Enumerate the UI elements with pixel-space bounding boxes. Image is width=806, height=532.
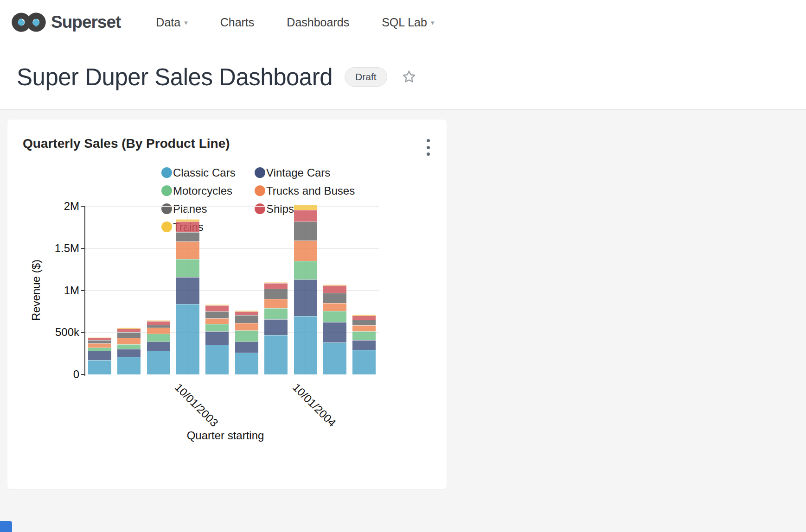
bar-segment-motorcycles[interactable]	[235, 330, 258, 342]
superset-logo[interactable]: Superset	[11, 10, 121, 35]
bar-segment-vintage-cars[interactable]	[176, 277, 199, 304]
bar-segment-vintage-cars[interactable]	[294, 279, 317, 316]
kebab-dot	[427, 152, 430, 156]
bar-segment-classic-cars[interactable]	[352, 350, 376, 374]
y-tick-label: 1.5M	[47, 242, 79, 255]
bar-segment-trucks-and-buses[interactable]	[352, 325, 376, 331]
bar-segment-motorcycles[interactable]	[176, 259, 199, 277]
bar-segment-planes[interactable]	[176, 232, 199, 241]
bar-segment-motorcycles[interactable]	[88, 348, 111, 351]
nav-item-data[interactable]: Data▾	[156, 16, 187, 29]
bar-segment-ships[interactable]	[147, 321, 170, 325]
bar-segment-trucks-and-buses[interactable]	[117, 338, 141, 344]
legend-item-vintage-cars[interactable]: Vintage Cars	[255, 166, 355, 179]
top-navigation: Superset Data▾ChartsDashboardsSQL Lab▾	[0, 0, 806, 44]
h-gridline	[85, 248, 379, 249]
bar-segment-ships[interactable]	[264, 283, 288, 289]
nav-items: Data▾ChartsDashboardsSQL Lab▾	[156, 16, 434, 29]
bar-segment-trucks-and-buses[interactable]	[176, 241, 199, 259]
bar-segment-classic-cars[interactable]	[117, 357, 141, 374]
bar-segment-trucks-and-buses[interactable]	[205, 318, 229, 324]
nav-item-sql-lab[interactable]: SQL Lab▾	[382, 16, 434, 29]
bar-segment-trains[interactable]	[294, 205, 317, 210]
bar-segment-trucks-and-buses[interactable]	[294, 241, 317, 261]
bar-segment-trucks-and-buses[interactable]	[323, 303, 346, 311]
bar-segment-motorcycles[interactable]	[323, 311, 346, 323]
bar-segment-motorcycles[interactable]	[117, 344, 141, 348]
bar-segment-ships[interactable]	[205, 305, 229, 311]
bar-segment-trucks-and-buses[interactable]	[147, 328, 170, 334]
favorite-button[interactable]	[401, 69, 417, 85]
nav-item-dashboards[interactable]: Dashboards	[287, 16, 349, 29]
bar-segment-trucks-and-buses[interactable]	[264, 299, 288, 308]
bar-segment-classic-cars[interactable]	[88, 360, 111, 374]
bar-segment-planes[interactable]	[235, 315, 258, 323]
bar-segment-vintage-cars[interactable]	[205, 331, 229, 345]
partial-corner-element[interactable]	[0, 521, 12, 532]
bar-segment-ships[interactable]	[176, 222, 199, 232]
bar-segment-motorcycles[interactable]	[147, 334, 170, 342]
legend-item-trains[interactable]: Trains	[161, 221, 255, 234]
bar-segment-ships[interactable]	[352, 316, 376, 320]
legend-color-dot	[255, 203, 265, 214]
bar-segment-planes[interactable]	[205, 311, 229, 318]
bar-segment-trucks-and-buses[interactable]	[235, 323, 258, 330]
bar-segment-ships[interactable]	[235, 311, 258, 315]
bar-segment-trains[interactable]	[235, 310, 258, 311]
bar-segment-planes[interactable]	[147, 325, 170, 328]
legend-item-planes[interactable]: Planes	[161, 203, 255, 215]
bar-segment-vintage-cars[interactable]	[117, 349, 141, 357]
bar-segment-planes[interactable]	[352, 320, 376, 325]
bar-segment-trucks-and-buses[interactable]	[88, 343, 111, 348]
bar-segment-classic-cars[interactable]	[264, 335, 288, 374]
bar-segment-trains[interactable]	[88, 337, 111, 338]
bar-segment-classic-cars[interactable]	[205, 345, 229, 374]
nav-item-charts[interactable]: Charts	[220, 16, 255, 29]
legend-item-motorcycles[interactable]: Motorcycles	[161, 184, 255, 197]
legend-item-trucks-and-buses[interactable]: Trucks and Buses	[255, 184, 355, 197]
bar-segment-planes[interactable]	[117, 332, 141, 338]
x-axis-title: Quarter starting	[170, 429, 281, 442]
bar-segment-ships[interactable]	[294, 210, 317, 222]
bar-segment-vintage-cars[interactable]	[352, 340, 376, 350]
bar-segment-vintage-cars[interactable]	[88, 351, 111, 360]
bar-segment-motorcycles[interactable]	[264, 308, 288, 319]
bar-segment-vintage-cars[interactable]	[235, 342, 258, 352]
bar-segment-classic-cars[interactable]	[294, 316, 317, 374]
chart-options-menu[interactable]	[422, 138, 434, 157]
bar-segment-motorcycles[interactable]	[352, 331, 376, 340]
status-badge[interactable]: Draft	[345, 67, 387, 87]
bar-segment-vintage-cars[interactable]	[147, 342, 170, 350]
bar-segment-trains[interactable]	[352, 315, 376, 315]
bar-segment-ships[interactable]	[117, 329, 141, 332]
bar-segment-vintage-cars[interactable]	[323, 322, 346, 342]
bar-segment-planes[interactable]	[323, 293, 346, 303]
bar-segment-planes[interactable]	[264, 289, 288, 299]
legend-item-classic-cars[interactable]: Classic Cars	[161, 166, 255, 179]
legend-label: Planes	[173, 203, 207, 215]
legend-color-dot	[255, 167, 265, 178]
bar-segment-ships[interactable]	[88, 338, 111, 340]
bar-segment-classic-cars[interactable]	[235, 353, 258, 374]
bar-segment-trains[interactable]	[117, 328, 141, 329]
y-axis-title: Revenue ($)	[30, 260, 43, 321]
bar-segment-ships[interactable]	[323, 285, 346, 293]
bar-segment-classic-cars[interactable]	[323, 342, 346, 374]
bar-segment-trains[interactable]	[205, 304, 229, 305]
bar-segment-classic-cars[interactable]	[147, 351, 170, 374]
bar-segment-trains[interactable]	[323, 285, 346, 285]
nav-item-label: SQL Lab	[382, 16, 427, 29]
bar-segment-planes[interactable]	[294, 222, 317, 241]
nav-item-label: Data	[156, 16, 180, 29]
page-title: Super Duper Sales Dashboard	[17, 63, 333, 91]
bar-segment-trains[interactable]	[264, 282, 288, 283]
bar-segment-classic-cars[interactable]	[176, 304, 199, 374]
bar-segment-trains[interactable]	[147, 320, 170, 321]
legend-color-dot	[161, 185, 172, 196]
bar-segment-trains[interactable]	[176, 219, 199, 222]
bar-segment-vintage-cars[interactable]	[264, 319, 288, 336]
bar-segment-motorcycles[interactable]	[205, 324, 229, 331]
bar-segment-motorcycles[interactable]	[294, 261, 317, 279]
h-gridline	[85, 206, 379, 207]
bar-segment-planes[interactable]	[88, 340, 111, 343]
